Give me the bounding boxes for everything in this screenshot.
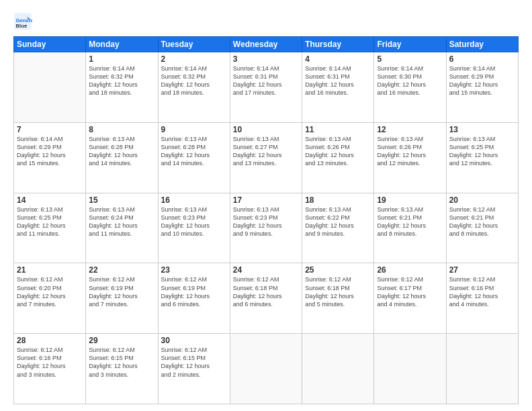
day-info: Sunrise: 6:13 AM Sunset: 6:27 PM Dayligh… [233, 135, 299, 168]
day-number: 19 [377, 195, 443, 205]
day-number: 2 [161, 54, 227, 64]
calendar-cell: 17Sunrise: 6:13 AM Sunset: 6:23 PM Dayli… [230, 193, 302, 263]
logo-icon: General Blue [13, 12, 32, 31]
day-header-thursday: Thursday [302, 37, 374, 52]
day-number: 6 [449, 54, 515, 64]
day-info: Sunrise: 6:14 AM Sunset: 6:29 PM Dayligh… [449, 64, 515, 97]
logo: General Blue [13, 12, 35, 31]
calendar-cell: 30Sunrise: 6:12 AM Sunset: 6:15 PM Dayli… [158, 334, 230, 404]
calendar-cell: 14Sunrise: 6:13 AM Sunset: 6:25 PM Dayli… [14, 193, 86, 263]
day-info: Sunrise: 6:12 AM Sunset: 6:17 PM Dayligh… [377, 275, 443, 308]
day-info: Sunrise: 6:13 AM Sunset: 6:25 PM Dayligh… [17, 205, 83, 238]
header: General Blue [13, 12, 519, 31]
day-info: Sunrise: 6:12 AM Sunset: 6:16 PM Dayligh… [449, 275, 515, 308]
day-number: 9 [161, 125, 227, 134]
calendar-header-row: SundayMondayTuesdayWednesdayThursdayFrid… [14, 37, 519, 52]
day-number: 26 [377, 265, 443, 275]
day-info: Sunrise: 6:12 AM Sunset: 6:19 PM Dayligh… [89, 275, 154, 308]
day-number: 27 [449, 265, 515, 275]
day-number: 12 [377, 125, 443, 134]
calendar-cell: 4Sunrise: 6:14 AM Sunset: 6:31 PM Daylig… [302, 52, 374, 123]
calendar-cell: 1Sunrise: 6:14 AM Sunset: 6:32 PM Daylig… [86, 52, 158, 123]
calendar-cell [446, 334, 518, 404]
calendar-cell: 27Sunrise: 6:12 AM Sunset: 6:16 PM Dayli… [446, 263, 518, 334]
day-number: 15 [89, 195, 154, 205]
calendar-cell: 11Sunrise: 6:13 AM Sunset: 6:26 PM Dayli… [302, 122, 374, 193]
day-info: Sunrise: 6:13 AM Sunset: 6:26 PM Dayligh… [305, 135, 371, 168]
day-number: 22 [89, 265, 154, 275]
day-info: Sunrise: 6:13 AM Sunset: 6:28 PM Dayligh… [89, 135, 154, 168]
day-number: 25 [305, 265, 371, 275]
calendar-cell [230, 334, 302, 404]
day-number: 14 [17, 195, 83, 205]
calendar-cell: 29Sunrise: 6:12 AM Sunset: 6:15 PM Dayli… [86, 334, 158, 404]
day-number: 17 [233, 195, 299, 205]
day-number: 3 [233, 54, 299, 64]
week-row-3: 14Sunrise: 6:13 AM Sunset: 6:25 PM Dayli… [14, 193, 519, 263]
day-number: 28 [17, 336, 83, 345]
day-info: Sunrise: 6:12 AM Sunset: 6:18 PM Dayligh… [233, 275, 299, 308]
day-info: Sunrise: 6:14 AM Sunset: 6:32 PM Dayligh… [161, 64, 227, 97]
day-number: 24 [233, 265, 299, 275]
day-number: 11 [305, 125, 371, 134]
calendar-cell: 24Sunrise: 6:12 AM Sunset: 6:18 PM Dayli… [230, 263, 302, 334]
day-info: Sunrise: 6:13 AM Sunset: 6:28 PM Dayligh… [161, 135, 227, 168]
calendar-cell: 12Sunrise: 6:13 AM Sunset: 6:26 PM Dayli… [374, 122, 446, 193]
day-info: Sunrise: 6:12 AM Sunset: 6:20 PM Dayligh… [17, 275, 83, 308]
day-info: Sunrise: 6:14 AM Sunset: 6:32 PM Dayligh… [89, 64, 154, 97]
day-number: 4 [305, 54, 371, 64]
day-info: Sunrise: 6:12 AM Sunset: 6:18 PM Dayligh… [305, 275, 371, 308]
day-info: Sunrise: 6:12 AM Sunset: 6:15 PM Dayligh… [89, 346, 154, 379]
week-row-2: 7Sunrise: 6:14 AM Sunset: 6:29 PM Daylig… [14, 122, 519, 193]
calendar-cell: 5Sunrise: 6:14 AM Sunset: 6:30 PM Daylig… [374, 52, 446, 123]
day-info: Sunrise: 6:13 AM Sunset: 6:25 PM Dayligh… [449, 135, 515, 168]
day-info: Sunrise: 6:13 AM Sunset: 6:21 PM Dayligh… [377, 205, 443, 238]
day-info: Sunrise: 6:12 AM Sunset: 6:19 PM Dayligh… [161, 275, 227, 308]
day-info: Sunrise: 6:13 AM Sunset: 6:23 PM Dayligh… [161, 205, 227, 238]
calendar-cell: 19Sunrise: 6:13 AM Sunset: 6:21 PM Dayli… [374, 193, 446, 263]
calendar-cell: 6Sunrise: 6:14 AM Sunset: 6:29 PM Daylig… [446, 52, 518, 123]
calendar-cell: 28Sunrise: 6:12 AM Sunset: 6:16 PM Dayli… [14, 334, 86, 404]
week-row-5: 28Sunrise: 6:12 AM Sunset: 6:16 PM Dayli… [14, 334, 519, 404]
calendar-cell: 2Sunrise: 6:14 AM Sunset: 6:32 PM Daylig… [158, 52, 230, 123]
day-number: 18 [305, 195, 371, 205]
calendar-cell: 23Sunrise: 6:12 AM Sunset: 6:19 PM Dayli… [158, 263, 230, 334]
calendar-cell: 13Sunrise: 6:13 AM Sunset: 6:25 PM Dayli… [446, 122, 518, 193]
day-number: 1 [89, 54, 154, 64]
day-header-friday: Friday [374, 37, 446, 52]
calendar-cell [14, 52, 86, 123]
calendar-cell [374, 334, 446, 404]
day-number: 8 [89, 125, 154, 134]
day-info: Sunrise: 6:14 AM Sunset: 6:31 PM Dayligh… [305, 64, 371, 97]
calendar-cell: 21Sunrise: 6:12 AM Sunset: 6:20 PM Dayli… [14, 263, 86, 334]
day-info: Sunrise: 6:12 AM Sunset: 6:21 PM Dayligh… [449, 205, 515, 238]
day-info: Sunrise: 6:13 AM Sunset: 6:24 PM Dayligh… [89, 205, 154, 238]
day-header-sunday: Sunday [14, 37, 86, 52]
day-number: 7 [17, 125, 83, 134]
day-header-tuesday: Tuesday [158, 37, 230, 52]
day-number: 16 [161, 195, 227, 205]
day-number: 21 [17, 265, 83, 275]
day-info: Sunrise: 6:14 AM Sunset: 6:30 PM Dayligh… [377, 64, 443, 97]
calendar-table: SundayMondayTuesdayWednesdayThursdayFrid… [13, 36, 519, 404]
day-header-wednesday: Wednesday [230, 37, 302, 52]
week-row-4: 21Sunrise: 6:12 AM Sunset: 6:20 PM Dayli… [14, 263, 519, 334]
day-header-monday: Monday [86, 37, 158, 52]
week-row-1: 1Sunrise: 6:14 AM Sunset: 6:32 PM Daylig… [14, 52, 519, 123]
day-info: Sunrise: 6:14 AM Sunset: 6:29 PM Dayligh… [17, 135, 83, 168]
day-info: Sunrise: 6:13 AM Sunset: 6:22 PM Dayligh… [305, 205, 371, 238]
day-number: 10 [233, 125, 299, 134]
day-number: 23 [161, 265, 227, 275]
svg-text:Blue: Blue [16, 23, 28, 29]
calendar-cell: 8Sunrise: 6:13 AM Sunset: 6:28 PM Daylig… [86, 122, 158, 193]
day-info: Sunrise: 6:14 AM Sunset: 6:31 PM Dayligh… [233, 64, 299, 97]
day-info: Sunrise: 6:12 AM Sunset: 6:16 PM Dayligh… [17, 346, 83, 379]
page: General Blue SundayMondayTuesdayWednesda… [0, 0, 532, 411]
calendar-cell: 22Sunrise: 6:12 AM Sunset: 6:19 PM Dayli… [86, 263, 158, 334]
calendar-cell [302, 334, 374, 404]
calendar-cell: 16Sunrise: 6:13 AM Sunset: 6:23 PM Dayli… [158, 193, 230, 263]
day-info: Sunrise: 6:12 AM Sunset: 6:15 PM Dayligh… [161, 346, 227, 379]
calendar-cell: 15Sunrise: 6:13 AM Sunset: 6:24 PM Dayli… [86, 193, 158, 263]
day-number: 5 [377, 54, 443, 64]
day-number: 29 [89, 336, 154, 345]
